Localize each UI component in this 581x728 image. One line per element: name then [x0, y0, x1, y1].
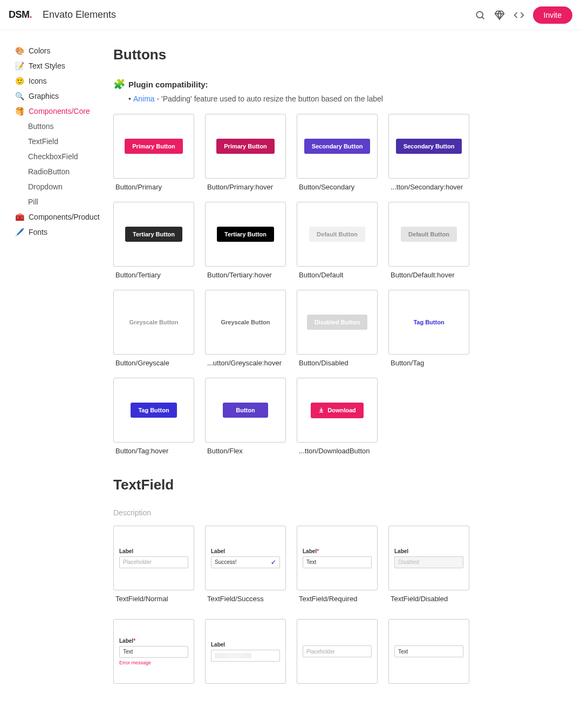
nav-text-styles[interactable]: 📝Text Styles [15, 58, 108, 73]
field-input: Placeholder [119, 556, 188, 568]
component-label: Button/Default:hover [388, 271, 469, 279]
component-card[interactable]: Label*TextTextField/Required [297, 526, 378, 603]
component-card[interactable]: LabelDisabledTextField/Disabled [388, 526, 469, 603]
component-card[interactable]: Placeholder [297, 619, 378, 684]
buttons-grid: Primary ButtonButton/PrimaryPrimary Butt… [113, 114, 565, 455]
invite-button[interactable]: Invite [533, 6, 572, 24]
textfield-grid-2: Label*TextError messageLabelPlaceholderT… [113, 619, 565, 684]
component-card[interactable]: Downloadtton/DownloadButton [297, 378, 378, 455]
nav-fonts[interactable]: 🖊️Fonts [15, 224, 108, 240]
component-label: Button/Primary [113, 183, 194, 191]
field-input [211, 650, 280, 662]
nav-graphics[interactable]: 🔍Graphics [15, 89, 108, 104]
component-label: Button/Secondary [297, 183, 378, 191]
sidebar: 🎨Colors 📝Text Styles 🙂Icons 🔍Graphics 🥞C… [0, 30, 108, 716]
component-label: TextField/Disabled [388, 595, 469, 603]
component-label: tton/DownloadButton [297, 447, 378, 455]
preview-button: Tertiary Button [125, 227, 182, 242]
nav-components-product[interactable]: 🧰Components/Product [15, 209, 108, 224]
component-card[interactable]: Tertiary ButtonButton/Tertiary [113, 202, 194, 279]
preview-button: Greyscale Button [213, 315, 277, 330]
section-title-textfield: TextField [113, 477, 565, 493]
textfield-grid: LabelPlaceholderTextField/NormalLabelSuc… [113, 526, 565, 603]
preview-button: Secondary Button [304, 139, 371, 154]
preview-button: Greyscale Button [121, 315, 186, 330]
textfield-desc: Description [113, 508, 565, 517]
component-label: TextField/Success [205, 595, 286, 603]
section-title-buttons: Buttons [113, 46, 565, 63]
field-input: Success!✓ [211, 556, 280, 568]
component-card[interactable]: ButtonButton/Flex [205, 378, 286, 455]
check-icon: ✓ [271, 559, 276, 566]
error-message: Error message [119, 660, 188, 665]
field-input: Text [119, 646, 188, 658]
component-card[interactable]: Default ButtonButton/Default:hover [388, 202, 469, 279]
component-label: TextField/Required [297, 595, 378, 603]
component-label: Button/Disabled [297, 359, 378, 367]
field-input: Text [303, 556, 372, 568]
component-label: Button/Flex [205, 447, 286, 455]
field-input: Placeholder [303, 645, 372, 657]
nav-sub-pill[interactable]: Pill [15, 194, 108, 209]
nav-sub-textfield[interactable]: TextField [15, 134, 108, 149]
component-card[interactable]: Tertiary ButtonButton/Tertiary:hover [205, 202, 286, 279]
preview-button: Tag Button [406, 315, 452, 330]
component-label: Button/Tag [388, 359, 469, 367]
component-card[interactable]: Tag ButtonButton/Tag [388, 290, 469, 367]
search-icon[interactable] [470, 5, 490, 25]
field-label: Label [119, 548, 188, 554]
download-icon [318, 407, 324, 414]
nav-colors[interactable]: 🎨Colors [15, 43, 108, 58]
svg-line-1 [482, 17, 484, 19]
preview-button: Tertiary Button [217, 227, 274, 242]
field-label: Label [394, 548, 463, 554]
preview-button: Download [311, 403, 364, 418]
compat-line: •Anima - 'Padding' feature used to auto … [128, 94, 565, 103]
component-card[interactable]: LabelPlaceholderTextField/Normal [113, 526, 194, 603]
component-card[interactable]: Primary ButtonButton/Primary [113, 114, 194, 191]
compat-heading: 🧩Plugin compatibility: [113, 78, 565, 90]
preview-button: Tag Button [131, 403, 176, 418]
field-input: Text [394, 645, 463, 657]
code-icon[interactable] [509, 5, 529, 25]
app-header: DSM. Envato Elements Invite [0, 0, 581, 30]
field-label: Label* [303, 548, 372, 554]
component-card[interactable]: Label [205, 619, 286, 684]
component-card[interactable]: Primary ButtonButton/Primary:hover [205, 114, 286, 191]
svg-point-0 [476, 11, 483, 18]
component-card[interactable]: Disabled ButtonButton/Disabled [297, 290, 378, 367]
component-card[interactable]: Greyscale ButtonButton/Greyscale [113, 290, 194, 367]
preview-button: Secondary Button [396, 139, 462, 154]
nav-components-core[interactable]: 🥞Components/Core [15, 104, 108, 119]
component-card[interactable]: Text [388, 619, 469, 684]
nav-sub-radiobutton[interactable]: RadioButton [15, 164, 108, 179]
component-card[interactable]: LabelSuccess!✓TextField/Success [205, 526, 286, 603]
field-label: Label* [119, 638, 188, 644]
field-label: Label [211, 642, 280, 648]
preview-button: Disabled Button [307, 315, 367, 330]
diamond-icon[interactable] [490, 5, 509, 25]
component-card[interactable]: Default ButtonButton/Default [297, 202, 378, 279]
preview-button: Primary Button [216, 139, 274, 154]
component-card[interactable]: Tag ButtonButton/Tag:hover [113, 378, 194, 455]
field-label: Label [211, 548, 280, 554]
component-label: Button/Tertiary [113, 271, 194, 279]
logo: DSM. [9, 9, 32, 21]
component-label: utton/Greyscale:hover [205, 359, 286, 367]
component-card[interactable]: Secondary ButtonButton/Secondary [297, 114, 378, 191]
nav-sub-buttons[interactable]: Buttons [15, 119, 108, 134]
preview-button: Button [223, 403, 268, 418]
component-label: Button/Default [297, 271, 378, 279]
nav-icons[interactable]: 🙂Icons [15, 73, 108, 89]
nav-sub-checkboxfield[interactable]: CheckboxField [15, 149, 108, 164]
component-card[interactable]: Label*TextError message [113, 619, 194, 684]
anima-link[interactable]: Anima [133, 94, 155, 103]
preview-button: Primary Button [125, 139, 182, 154]
preview-button: Default Button [309, 227, 365, 242]
component-label: Button/Primary:hover [205, 183, 286, 191]
skeleton-loader [215, 653, 251, 658]
component-label: Button/Greyscale [113, 359, 194, 367]
component-card[interactable]: Secondary Buttontton/Secondary:hover [388, 114, 469, 191]
component-card[interactable]: Greyscale Buttonutton/Greyscale:hover [205, 290, 286, 367]
nav-sub-dropdown[interactable]: Dropdown [15, 179, 108, 194]
